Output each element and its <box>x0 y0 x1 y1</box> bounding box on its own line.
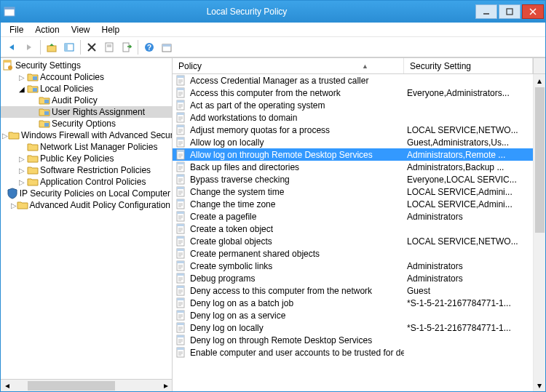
tree-item-label: Audit Policy <box>52 95 98 105</box>
toolbar: ? <box>1 37 545 57</box>
policy-row[interactable]: Allow log on through Remote Desktop Serv… <box>173 148 545 161</box>
policy-row[interactable]: Deny log on as a batch job*S-1-5-21-2167… <box>173 297 545 309</box>
tree-item[interactable]: ▷Account Policies <box>1 71 172 83</box>
horizontal-scrollbar[interactable]: ◂ ▸ <box>1 379 172 391</box>
tree-item[interactable]: User Rights Assignment <box>1 106 172 118</box>
back-button[interactable] <box>4 39 20 55</box>
policy-row[interactable]: Add workstations to domain <box>173 111 545 124</box>
svg-rect-33 <box>177 88 184 90</box>
policy-row[interactable]: Create a pagefileAdministrators <box>173 210 545 223</box>
policy-row[interactable]: Adjust memory quotas for a processLOCAL … <box>173 124 545 136</box>
tree-item-label: Account Policies <box>40 72 104 82</box>
policy-row[interactable]: Enable computer and user accounts to be … <box>173 346 545 359</box>
svg-rect-78 <box>177 199 184 201</box>
help-button[interactable]: ? <box>141 39 157 55</box>
menu-help[interactable]: Help <box>96 23 126 36</box>
policy-row[interactable]: Allow log on locallyGuest,Administrators… <box>173 136 545 148</box>
policy-setting: Administrators,Backup ... <box>404 162 533 172</box>
policy-row[interactable]: Change the time zoneLOCAL SERVICE,Admini… <box>173 198 545 210</box>
policy-list[interactable]: Access Credential Manager as a trusted c… <box>173 74 545 359</box>
calendar-icon <box>162 42 172 52</box>
expand-icon[interactable]: ▷ <box>17 167 27 175</box>
policy-row[interactable]: Deny access to this computer from the ne… <box>173 284 545 297</box>
scrollbar-thumb[interactable] <box>535 87 545 233</box>
policy-row[interactable]: Create global objectsLOCAL SERVICE,NETWO… <box>173 235 545 247</box>
app-icon <box>4 6 15 17</box>
policy-row[interactable]: Act as part of the operating system <box>173 99 545 111</box>
column-header-setting[interactable]: Security Setting <box>404 58 533 73</box>
menu-file[interactable]: File <box>4 23 29 36</box>
policy-row[interactable]: Debug programsAdministrators <box>173 272 545 284</box>
policy-row[interactable]: Back up files and directoriesAdministrat… <box>173 161 545 173</box>
policy-name: Deny log on as a service <box>190 311 285 321</box>
tree-item-label: Public Key Policies <box>40 153 114 164</box>
policy-row[interactable]: Bypass traverse checkingEveryone,LOCAL S… <box>173 173 545 185</box>
policy-setting: Everyone,LOCAL SERVIC... <box>404 175 533 185</box>
tree-item[interactable]: Audit Policy <box>1 95 172 106</box>
policy-row[interactable]: Access this computer from the networkEve… <box>173 87 545 99</box>
security-settings-icon <box>2 60 14 71</box>
scrollbar-thumb[interactable] <box>28 381 115 391</box>
tree-item[interactable]: ▷Windows Firewall with Advanced Security <box>1 129 172 141</box>
tree-item[interactable]: ▷Public Key Policies <box>1 153 172 164</box>
refresh-button[interactable] <box>159 39 175 55</box>
policy-name: Create a token object <box>190 224 273 234</box>
up-button[interactable] <box>44 39 60 55</box>
tree-item[interactable]: ◢Local Policies <box>1 83 172 95</box>
policy-setting: Administrators <box>404 261 533 271</box>
tree-item[interactable]: ▷Application Control Policies <box>1 176 172 188</box>
maximize-button[interactable] <box>499 4 521 19</box>
tree-item[interactable]: ▷Software Restriction Policies <box>1 164 172 176</box>
policy-icon <box>175 322 187 334</box>
collapse-icon[interactable]: ◢ <box>17 85 27 93</box>
menu-action[interactable]: Action <box>29 23 65 36</box>
svg-rect-53 <box>177 137 184 140</box>
svg-rect-25 <box>44 111 49 115</box>
policy-row[interactable]: Access Credential Manager as a trusted c… <box>173 74 545 87</box>
tree-item[interactable]: IP Security Policies on Local Computer <box>1 188 172 199</box>
tree-item-label: Local Policies <box>40 84 93 94</box>
policy-row[interactable]: Deny log on through Remote Desktop Servi… <box>173 334 545 346</box>
policy-row[interactable]: Create permanent shared objects <box>173 247 545 260</box>
tree-item[interactable]: ▷Advanced Audit Policy Configuration <box>1 199 172 211</box>
show-hide-tree-button[interactable] <box>61 39 77 55</box>
policy-setting: Guest <box>404 286 533 296</box>
properties-button[interactable] <box>101 39 117 55</box>
svg-rect-118 <box>177 298 184 300</box>
scroll-left-icon[interactable]: ◂ <box>1 380 13 391</box>
scroll-down-icon[interactable]: ▾ <box>534 379 545 391</box>
close-button[interactable] <box>522 4 544 19</box>
forward-button[interactable] <box>21 39 37 55</box>
expand-icon[interactable]: ▷ <box>17 155 27 163</box>
policy-row[interactable]: Deny log on as a service <box>173 309 545 321</box>
svg-rect-23 <box>33 88 37 92</box>
export-button[interactable] <box>119 39 135 55</box>
column-header-policy[interactable]: Policy ▲ <box>173 58 404 73</box>
expand-icon[interactable]: ▷ <box>2 132 8 140</box>
tree-item[interactable]: Network List Manager Policies <box>1 141 172 153</box>
menu-view[interactable]: View <box>66 23 96 36</box>
vertical-scrollbar[interactable]: ▴ ▾ <box>533 74 545 391</box>
svg-rect-88 <box>177 224 184 226</box>
policy-row[interactable]: Create symbolic linksAdministrators <box>173 260 545 272</box>
policy-icon <box>175 285 187 297</box>
scroll-right-icon[interactable]: ▸ <box>159 380 172 391</box>
tree-view[interactable]: Security Settings▷Account Policies◢Local… <box>1 58 172 379</box>
folder-icon <box>8 129 20 141</box>
tree-item[interactable]: Security Options <box>1 118 172 129</box>
delete-button[interactable] <box>84 39 100 55</box>
policy-name: Deny log on as a batch job <box>190 298 293 308</box>
policy-row[interactable]: Create a token object <box>173 223 545 235</box>
policy-name: Access Credential Manager as a trusted c… <box>190 76 368 86</box>
expand-icon[interactable]: ▷ <box>17 178 27 186</box>
policy-row[interactable]: Deny log on locally*S-1-5-21-2167784771-… <box>173 321 545 334</box>
policy-icon <box>175 310 187 321</box>
policy-name: Create permanent shared objects <box>190 249 320 259</box>
scroll-up-icon[interactable]: ▴ <box>534 74 545 87</box>
minimize-button[interactable] <box>475 4 497 19</box>
policy-row[interactable]: Change the system timeLOCAL SERVICE,Admi… <box>173 185 545 198</box>
tree-root[interactable]: Security Settings <box>1 60 172 71</box>
expand-icon[interactable]: ▷ <box>11 201 17 209</box>
expand-icon[interactable]: ▷ <box>17 73 27 81</box>
policy-name: Deny log on through Remote Desktop Servi… <box>190 335 372 345</box>
